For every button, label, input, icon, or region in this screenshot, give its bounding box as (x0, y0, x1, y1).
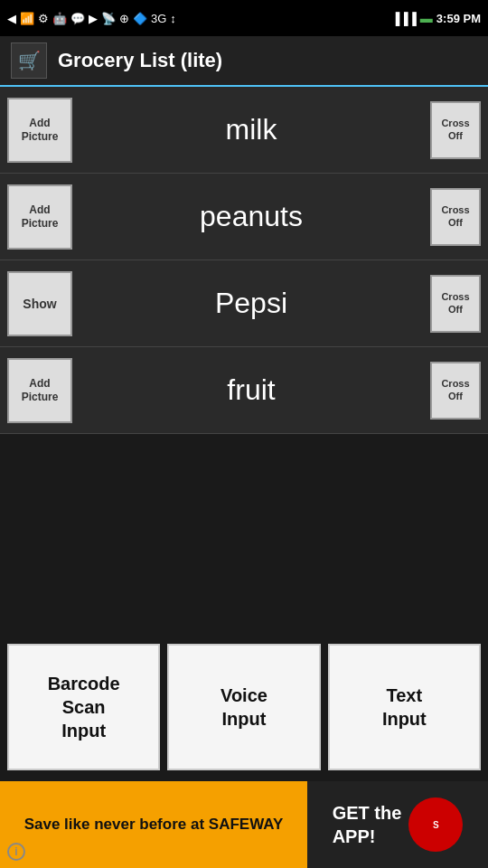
item-name-milk: milk (72, 113, 430, 146)
app-title: Grocery List (lite) (58, 49, 222, 72)
status-left: ◀ 📶 ⚙ 🤖 💬 ▶ 📡 ⊕ 🔷 3G ↕ (7, 12, 176, 25)
signal-icon: 📡 (101, 12, 116, 25)
cart-icon: 🛒 (18, 50, 41, 71)
add-picture-button-peanuts[interactable]: AddPicture (7, 184, 72, 250)
battery-icon: ▬ (420, 11, 433, 25)
usb-icon: ⚙ (38, 12, 49, 25)
cross-off-button-pepsi[interactable]: CrossOff (430, 275, 481, 333)
cross-off-button-fruit[interactable]: CrossOff (430, 362, 481, 420)
title-bar: 🛒 Grocery List (lite) (0, 36, 488, 87)
ad-right-text: GET theAPP! (333, 801, 402, 848)
bluetooth-icon: 🔷 (133, 12, 147, 25)
item-name-peanuts: peanuts (72, 200, 430, 233)
arrow-icon: ↕ (170, 12, 176, 25)
time-display: 3:59 PM (436, 12, 481, 25)
cross-off-button-peanuts[interactable]: CrossOff (430, 188, 481, 246)
ad-left-section: Save like never before at SAFEWAY (0, 781, 307, 868)
show-button-pepsi[interactable]: Show (7, 271, 72, 336)
list-item: AddPicture milk CrossOff (0, 87, 488, 174)
wifi-icon: 📶 (20, 12, 34, 25)
voice-input-button[interactable]: VoiceInput (167, 644, 320, 770)
cross-off-button-milk[interactable]: CrossOff (430, 101, 481, 159)
status-right: ▐▐▐ ▬ 3:59 PM (391, 11, 481, 25)
list-item: AddPicture peanuts CrossOff (0, 174, 488, 260)
list-item: AddPicture fruit CrossOff (0, 347, 488, 434)
grocery-list: AddPicture milk CrossOff AddPicture pean… (0, 87, 488, 434)
item-name-fruit: fruit (72, 373, 430, 407)
list-item: Show Pepsi CrossOff (0, 260, 488, 347)
add-picture-button-fruit[interactable]: AddPicture (7, 358, 72, 423)
android-icon: 🤖 (52, 12, 67, 25)
signal-bars-icon: ▐▐▐ (391, 12, 417, 25)
ad-banner[interactable]: Save like never before at SAFEWAY GET th… (0, 781, 488, 868)
talk-icon: 💬 (70, 12, 85, 25)
add-picture-button-milk[interactable]: AddPicture (7, 98, 72, 163)
status-bar: ◀ 📶 ⚙ 🤖 💬 ▶ 📡 ⊕ 🔷 3G ↕ ▐▐▐ ▬ 3:59 PM (0, 0, 488, 36)
network-icon: 3G (151, 12, 166, 25)
gps-icon: ⊕ (119, 12, 129, 25)
info-icon[interactable]: i (7, 843, 25, 861)
back-icon: ◀ (7, 12, 16, 25)
play-icon: ▶ (89, 12, 98, 25)
safeway-logo: S (408, 797, 463, 852)
bottom-action-buttons: BarcodeScanInput VoiceInput TextInput (0, 637, 488, 778)
ad-right-section: GET theAPP! S (307, 781, 488, 868)
item-name-pepsi: Pepsi (72, 287, 430, 320)
app-icon: 🛒 (11, 42, 47, 79)
ad-left-text: Save like never before at SAFEWAY (24, 815, 284, 835)
barcode-scan-button[interactable]: BarcodeScanInput (7, 644, 160, 770)
text-input-button[interactable]: TextInput (328, 644, 481, 770)
safeway-logo-text: S (433, 820, 439, 830)
